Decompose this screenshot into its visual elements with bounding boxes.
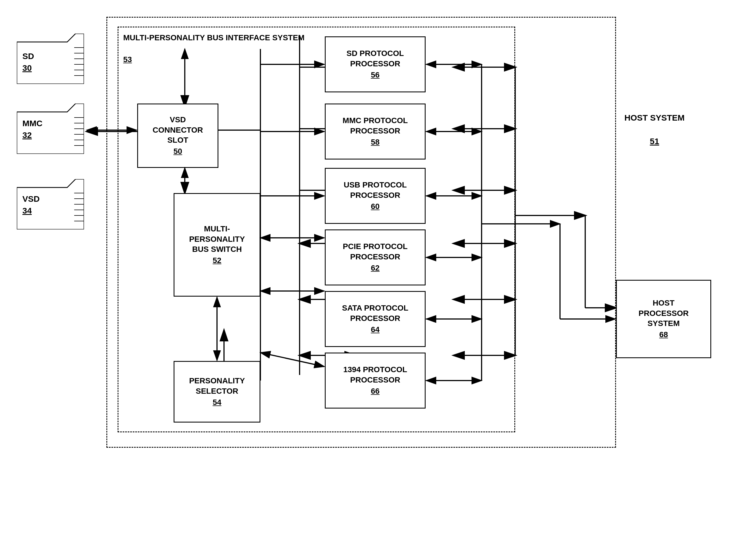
pcie-protocol-processor: PCIE PROTOCOLPROCESSOR 62 [325,230,426,285]
usb-protocol-processor: USB PROTOCOLPROCESSOR 60 [325,168,426,224]
sd-card: SD 30 [17,34,84,84]
vsd-connector-slot: VSDCONNECTORSLOT 50 [137,104,219,168]
multi-personality-bus-switch: MULTI-PERSONALITYBUS SWITCH 52 [174,193,260,297]
mmc-card: MMC 32 [17,104,84,154]
personality-selector: PERSONALITYSELECTOR 54 [174,361,260,422]
multi-personality-system-label: MULTI-PERSONALITY BUS INTERFACE SYSTEM 5… [123,32,305,65]
1394-protocol-processor: 1394 PROTOCOLPROCESSOR 66 [325,353,426,409]
host-processor-system: HOSTPROCESSORSYSTEM 68 [616,280,711,358]
host-system-label: HOST SYSTEM 51 [624,112,685,147]
sata-protocol-processor: SATA PROTOCOLPROCESSOR 64 [325,291,426,347]
sd-protocol-processor: SD PROTOCOLPROCESSOR 56 [325,36,426,92]
vsd-card: VSD 34 [17,179,84,230]
mmc-protocol-processor: MMC PROTOCOLPROCESSOR 58 [325,104,426,160]
